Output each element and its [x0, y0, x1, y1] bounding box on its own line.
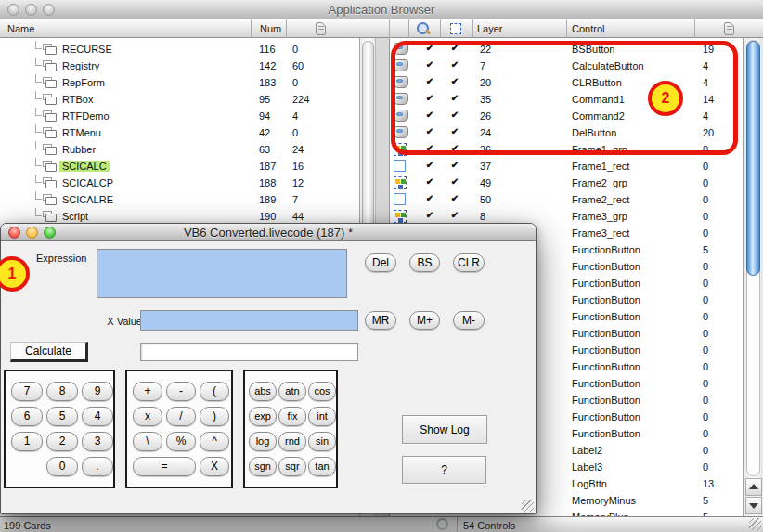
selectable-checkmark[interactable]: ✔ — [448, 59, 461, 70]
name-column-header[interactable]: Name — [7, 23, 34, 34]
scroll-down-button[interactable] — [745, 497, 762, 514]
scrollbar-thumb[interactable] — [746, 41, 760, 276]
resize-grip[interactable] — [749, 518, 761, 530]
selectable-checkmark[interactable]: ✔ — [448, 143, 461, 153]
numpad-key-1[interactable]: 1 — [11, 432, 43, 451]
control-row[interactable]: ✔✔24DelButton20 — [390, 124, 743, 141]
help-button[interactable]: ? — [402, 456, 486, 484]
result-field[interactable] — [140, 343, 358, 361]
function-key-int[interactable]: int — [308, 407, 336, 426]
num-column-header[interactable]: Num — [260, 23, 281, 34]
function-key-sqr[interactable]: sqr — [278, 457, 306, 476]
control-row[interactable]: ✔✔50Frame2_rect0 — [390, 191, 743, 208]
memory-button-mr[interactable]: MR — [365, 311, 396, 330]
operator-key[interactable]: ^ — [200, 432, 229, 451]
calc-titlebar[interactable]: VB6 Converted.livecode (187) * — [1, 224, 536, 241]
function-key-fix[interactable]: fix — [278, 407, 306, 426]
multiply-key[interactable]: X — [200, 457, 229, 476]
function-key-sin[interactable]: sin — [308, 432, 336, 451]
scrollbar-thumb[interactable] — [362, 41, 374, 238]
memory-button-mminus[interactable]: M- — [453, 311, 485, 330]
selectable-checkmark[interactable]: ✔ — [448, 43, 461, 53]
visible-checkmark[interactable]: ✔ — [423, 43, 436, 53]
equals-key[interactable]: = — [133, 457, 196, 476]
card-row[interactable]: RTFDemo944 — [0, 108, 359, 124]
selectable-checkmark[interactable]: ✔ — [448, 76, 461, 86]
operator-key[interactable]: ( — [200, 382, 229, 401]
control-row[interactable]: ✔✔26Command24 — [390, 108, 743, 124]
operator-key[interactable]: % — [166, 432, 196, 451]
control-row[interactable]: ✔✔20CLRButton4 — [390, 74, 743, 91]
operator-key[interactable]: - — [166, 382, 196, 401]
card-row[interactable]: RepForm1830 — [0, 74, 359, 91]
function-key-abs[interactable]: abs — [249, 382, 277, 401]
numpad-key-9[interactable]: 9 — [82, 382, 113, 401]
numpad-key-7[interactable]: 7 — [11, 382, 43, 401]
memory-button-mplus[interactable]: M+ — [409, 311, 440, 330]
control-row[interactable]: ✔✔35Command114 — [390, 91, 743, 108]
card-row[interactable]: SCICALCP18812 — [0, 175, 359, 191]
numpad-key-3[interactable]: 3 — [82, 432, 113, 451]
numpad-key-2[interactable]: 2 — [46, 432, 78, 451]
visible-checkmark[interactable]: ✔ — [423, 76, 436, 86]
selectable-checkmark[interactable]: ✔ — [448, 93, 461, 103]
control-row[interactable]: ✔✔37Frame1_rect0 — [390, 158, 743, 175]
card-row[interactable]: RTMenu420 — [0, 124, 359, 141]
function-key-cos[interactable]: cos — [308, 382, 336, 401]
expression-field[interactable] — [97, 249, 347, 298]
control-row[interactable]: ✔✔36Frame1_grp0 — [390, 141, 743, 158]
scroll-up-button[interactable] — [745, 478, 762, 496]
show-log-button[interactable]: Show Log — [402, 415, 487, 444]
operator-key[interactable]: ) — [200, 407, 229, 426]
operator-key[interactable]: \ — [133, 432, 162, 451]
function-key-exp[interactable]: exp — [249, 407, 277, 426]
function-key-atn[interactable]: atn — [278, 382, 306, 401]
edit-button-bs[interactable]: BS — [409, 253, 440, 272]
card-row[interactable]: Registry14260 — [0, 58, 359, 74]
visible-checkmark[interactable]: ✔ — [423, 176, 436, 187]
visible-checkmark[interactable]: ✔ — [423, 59, 436, 70]
visible-checkmark[interactable]: ✔ — [423, 93, 436, 103]
visible-checkmark[interactable]: ✔ — [423, 143, 436, 153]
card-row[interactable]: SCICALRE1897 — [0, 191, 359, 208]
selectable-checkmark[interactable]: ✔ — [448, 126, 461, 136]
visible-checkmark[interactable]: ✔ — [423, 193, 436, 203]
edit-button-clr[interactable]: CLR — [453, 253, 485, 272]
resize-grip[interactable] — [522, 500, 534, 512]
function-key-rnd[interactable]: rnd — [278, 432, 306, 451]
numpad-key-8[interactable]: 8 — [46, 382, 78, 401]
control-column-header[interactable]: Control — [572, 23, 604, 34]
xvalue-field[interactable] — [140, 310, 358, 331]
operator-key[interactable]: + — [133, 382, 162, 401]
selectable-checkmark[interactable]: ✔ — [448, 210, 461, 220]
card-row[interactable]: RTBox95224 — [0, 91, 359, 108]
function-key-tan[interactable]: tan — [308, 457, 336, 476]
selectable-checkmark[interactable]: ✔ — [448, 160, 461, 170]
selectable-checkmark[interactable]: ✔ — [448, 110, 461, 120]
numpad-key-5[interactable]: 5 — [46, 407, 78, 426]
calculate-button[interactable]: Calculate — [10, 342, 88, 362]
card-row[interactable]: Rubber6324 — [0, 141, 359, 158]
selectable-checkmark[interactable]: ✔ — [448, 176, 461, 187]
function-key-sgn[interactable]: sgn — [249, 457, 277, 476]
card-row[interactable]: RECURSE1160 — [0, 41, 359, 58]
visible-checkmark[interactable]: ✔ — [423, 110, 436, 120]
control-list-scrollbar[interactable] — [743, 38, 763, 516]
edit-button-del[interactable]: Del — [365, 253, 396, 272]
selectable-checkmark[interactable]: ✔ — [448, 193, 461, 203]
refresh-icon[interactable] — [436, 518, 448, 530]
numpad-key-4[interactable]: 4 — [82, 407, 113, 426]
card-row[interactable]: SCICALC18716 — [0, 158, 359, 175]
numpad-key-6[interactable]: 6 — [11, 407, 43, 426]
control-row[interactable]: ✔✔22BSButton19 — [390, 41, 743, 58]
operator-key[interactable]: x — [133, 407, 162, 426]
layer-column-header[interactable]: Layer — [477, 23, 503, 34]
visible-checkmark[interactable]: ✔ — [423, 126, 436, 136]
numpad-key-.[interactable]: . — [82, 457, 113, 476]
visible-checkmark[interactable]: ✔ — [423, 210, 436, 220]
numpad-key-0[interactable]: 0 — [46, 457, 78, 476]
operator-key[interactable]: / — [166, 407, 196, 426]
visible-checkmark[interactable]: ✔ — [423, 160, 436, 170]
control-row[interactable]: ✔✔49Frame2_grp0 — [390, 175, 743, 191]
control-row[interactable]: ✔✔7CalculateButton4 — [390, 58, 743, 74]
